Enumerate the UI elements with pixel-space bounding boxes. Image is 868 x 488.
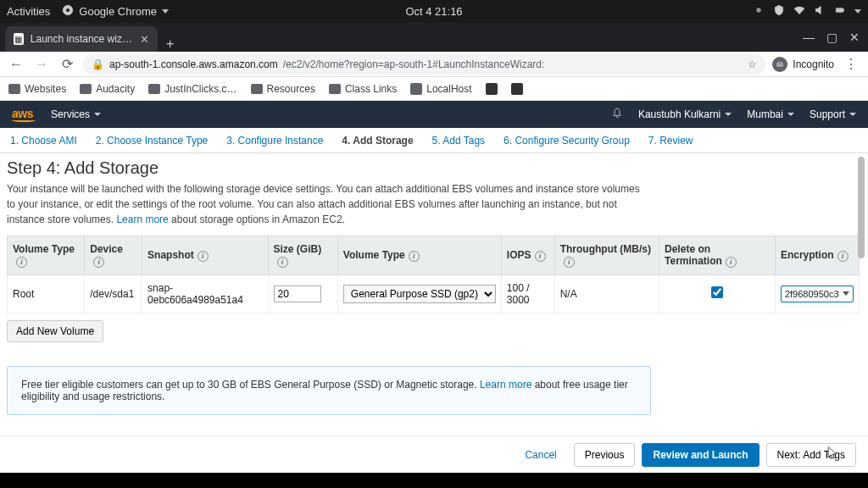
info-icon[interactable]: i: [16, 257, 27, 268]
review-launch-button[interactable]: Review and Launch: [642, 443, 759, 467]
system-menu-chevron-icon[interactable]: [854, 9, 861, 14]
bookmark-item[interactable]: Websites: [8, 83, 66, 95]
cell-volume-type: Root: [8, 274, 85, 313]
chevron-down-icon: [94, 113, 101, 116]
info-icon[interactable]: i: [198, 251, 209, 262]
shield-icon[interactable]: [773, 4, 785, 19]
wizard-step-1[interactable]: 1. Choose AMI: [10, 135, 77, 147]
info-icon[interactable]: i: [535, 251, 546, 262]
col-throughput: Throughput (MB/s)i: [554, 236, 659, 275]
browser-tab-strip: ▦ Launch instance wizard | E ✕ + — ▢ ✕: [0, 23, 868, 52]
wizard-step-2[interactable]: 2. Choose Instance Type: [96, 135, 209, 147]
support-menu[interactable]: Support: [810, 108, 856, 120]
next-button[interactable]: Next: Add Tags: [766, 443, 857, 467]
bookmark-item[interactable]: [486, 83, 498, 95]
url-bar[interactable]: 🔒 ap-south-1.console.aws.amazon.com/ec2/…: [83, 54, 765, 75]
svg-point-6: [777, 64, 780, 66]
scrollbar[interactable]: [858, 153, 866, 473]
folder-icon: [8, 84, 20, 94]
gnome-bottom-edge: [0, 473, 868, 488]
chevron-down-icon: [725, 113, 732, 116]
aws-logo[interactable]: aws: [12, 108, 36, 122]
notifications-button[interactable]: [611, 108, 623, 122]
aws-favicon-icon: ▦: [14, 33, 24, 45]
learn-more-link[interactable]: Learn more: [116, 214, 168, 225]
chevron-down-icon: [843, 291, 849, 296]
window-minimize-button[interactable]: —: [803, 30, 815, 44]
incognito-label: Incognito: [793, 58, 834, 70]
wizard-content: Step 4: Add Storage Your instance will b…: [0, 153, 868, 473]
browser-tab[interactable]: ▦ Launch instance wizard | E ✕: [5, 26, 158, 52]
new-tab-button[interactable]: +: [158, 36, 182, 52]
encryption-select[interactable]: 2f9680950c3: [781, 286, 854, 302]
support-label: Support: [810, 108, 845, 120]
volume-type-select[interactable]: General Purpose SSD (gp2): [343, 285, 496, 303]
table-row: Root /dev/sda1 snap-0ebc606a4989a51a4 Ge…: [8, 274, 860, 313]
chevron-down-icon: [849, 113, 856, 116]
info-icon[interactable]: i: [837, 251, 849, 262]
info-icon[interactable]: i: [277, 257, 288, 268]
region-label: Mumbai: [747, 108, 783, 120]
activities-button[interactable]: Activities: [7, 5, 50, 18]
tab-close-icon[interactable]: ✕: [140, 33, 149, 46]
services-menu[interactable]: Services: [51, 108, 101, 120]
folder-icon: [148, 84, 160, 94]
learn-more-link[interactable]: Learn more: [480, 379, 531, 391]
reload-button[interactable]: ⟳: [58, 56, 76, 72]
clock[interactable]: Oct 4 21:16: [405, 5, 462, 18]
browser-menu-button[interactable]: ⋮: [841, 56, 861, 72]
delete-on-term-checkbox[interactable]: [711, 286, 723, 298]
user-label: Kaustubh Kulkarni: [638, 108, 721, 120]
col-encryption: Encryptioni: [775, 236, 859, 275]
privacy-icon[interactable]: [753, 4, 765, 19]
info-icon[interactable]: i: [409, 251, 420, 262]
bookmark-item[interactable]: Class Links: [329, 83, 397, 95]
volume-icon[interactable]: [814, 4, 826, 19]
info-icon[interactable]: i: [726, 257, 737, 268]
size-input[interactable]: [274, 286, 321, 302]
wizard-step-5[interactable]: 5. Add Tags: [432, 135, 486, 147]
region-menu[interactable]: Mumbai: [747, 108, 794, 120]
col-volume-type: Volume Typei: [8, 236, 85, 275]
wifi-icon[interactable]: [793, 4, 805, 19]
battery-icon[interactable]: [834, 4, 846, 19]
site-icon: [511, 83, 523, 95]
previous-button[interactable]: Previous: [574, 443, 636, 467]
bookmark-item[interactable]: Audacity: [80, 83, 135, 95]
url-host: ap-south-1.console.aws.amazon.com: [109, 58, 278, 70]
svg-rect-5: [837, 8, 843, 12]
site-icon: [410, 83, 422, 95]
add-volume-button[interactable]: Add New Volume: [7, 320, 103, 342]
incognito-indicator[interactable]: Incognito: [772, 57, 834, 72]
app-menu-label: Google Chrome: [79, 5, 157, 18]
wizard-step-6[interactable]: 6. Configure Security Group: [504, 135, 630, 147]
cell-throughput: N/A: [554, 274, 659, 313]
bookmark-item[interactable]: LocalHost: [410, 83, 471, 95]
info-icon[interactable]: i: [564, 257, 575, 268]
scrollbar-thumb[interactable]: [858, 157, 865, 258]
bookmark-item[interactable]: JustInClicks.c…: [148, 83, 236, 95]
svg-point-1: [66, 8, 70, 13]
bookmark-item[interactable]: Resources: [251, 83, 315, 95]
forward-button[interactable]: →: [32, 57, 51, 72]
page-description: Your instance will be launched with the …: [7, 181, 651, 227]
bookmark-star-icon[interactable]: ☆: [748, 58, 757, 70]
info-icon[interactable]: i: [93, 257, 104, 268]
col-device: Devicei: [85, 236, 142, 275]
gnome-topbar: Activities Google Chrome Oct 4 21:16: [0, 0, 868, 23]
bookmark-item[interactable]: [511, 83, 523, 95]
url-path: /ec2/v2/home?region=ap-south-1#LaunchIns…: [283, 58, 545, 70]
col-volume-type2: Volume Typei: [337, 236, 501, 275]
app-menu[interactable]: Google Chrome: [62, 4, 169, 19]
wizard-step-4[interactable]: 4. Add Storage: [342, 135, 413, 147]
back-button[interactable]: ←: [7, 57, 25, 72]
wizard-step-7[interactable]: 7. Review: [648, 135, 693, 147]
wizard-step-3[interactable]: 3. Configure Instance: [226, 135, 323, 147]
col-delete-on-term: Delete on Terminationi: [659, 236, 776, 275]
cancel-button[interactable]: Cancel: [515, 444, 566, 466]
window-close-button[interactable]: ✕: [849, 30, 860, 44]
lock-icon: 🔒: [92, 58, 104, 70]
folder-icon: [329, 84, 341, 94]
window-maximize-button[interactable]: ▢: [826, 30, 837, 44]
account-menu[interactable]: Kaustubh Kulkarni: [638, 108, 732, 120]
